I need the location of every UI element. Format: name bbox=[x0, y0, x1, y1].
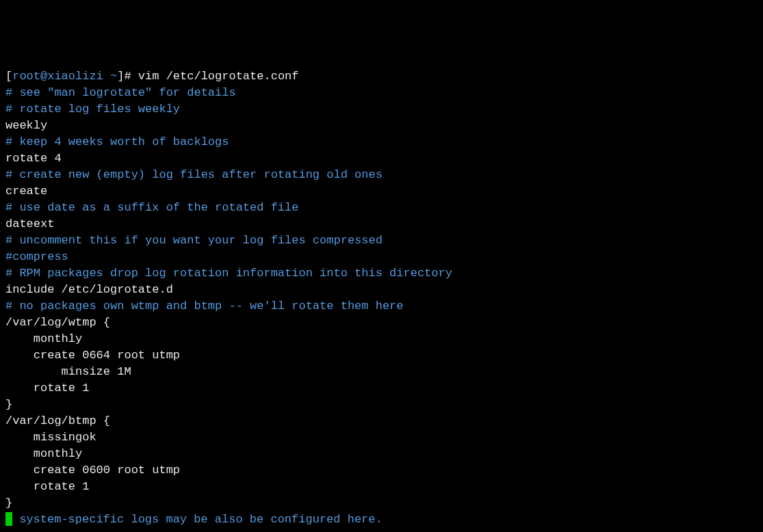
file-line: monthly bbox=[5, 331, 758, 347]
file-line: # create new (empty) log files after rot… bbox=[5, 167, 758, 183]
file-line: missingok bbox=[5, 429, 758, 446]
prompt-line: [root@xiaolizi ~]# vim /etc/logrotate.co… bbox=[5, 68, 758, 85]
prompt-bracket-open: [ bbox=[5, 70, 12, 83]
file-line: #compress bbox=[5, 249, 758, 265]
file-line: # no packages own wtmp and btmp -- we'll… bbox=[5, 298, 758, 315]
command-text: vim /etc/logrotate.conf bbox=[138, 70, 299, 83]
file-line: } bbox=[5, 495, 758, 511]
file-line: /var/log/wtmp { bbox=[5, 315, 758, 331]
file-line: create bbox=[5, 183, 758, 200]
prompt-user-host: root@xiaolizi ~ bbox=[12, 70, 117, 83]
file-line: # see "man logrotate" for details bbox=[5, 85, 758, 101]
file-line: # keep 4 weeks worth of backlogs bbox=[5, 134, 758, 150]
file-line: /var/log/btmp { bbox=[5, 413, 758, 429]
file-line: rotate 1 bbox=[5, 380, 758, 397]
file-line: # rotate log files weekly bbox=[5, 101, 758, 118]
file-line: weekly bbox=[5, 118, 758, 134]
file-line: create 0600 root utmp bbox=[5, 462, 758, 479]
file-line: minsize 1M bbox=[5, 364, 758, 380]
terminal-window[interactable]: [root@xiaolizi ~]# vim /etc/logrotate.co… bbox=[5, 68, 758, 528]
file-content: # see "man logrotate" for details# rotat… bbox=[5, 85, 758, 511]
cursor-icon bbox=[5, 512, 12, 526]
file-line: rotate 4 bbox=[5, 150, 758, 167]
file-line: } bbox=[5, 397, 758, 413]
file-line: rotate 1 bbox=[5, 479, 758, 495]
file-line: dateext bbox=[5, 216, 758, 232]
last-line-text: system-specific logs may be also be conf… bbox=[12, 513, 383, 526]
last-line: system-specific logs may be also be conf… bbox=[5, 511, 758, 528]
file-line: # use date as a suffix of the rotated fi… bbox=[5, 200, 758, 216]
prompt-bracket-close: ]# bbox=[117, 70, 138, 83]
file-line: # uncomment this if you want your log fi… bbox=[5, 232, 758, 249]
file-line: # RPM packages drop log rotation informa… bbox=[5, 265, 758, 282]
file-line: create 0664 root utmp bbox=[5, 347, 758, 364]
file-line: monthly bbox=[5, 446, 758, 462]
file-line: include /etc/logrotate.d bbox=[5, 282, 758, 298]
